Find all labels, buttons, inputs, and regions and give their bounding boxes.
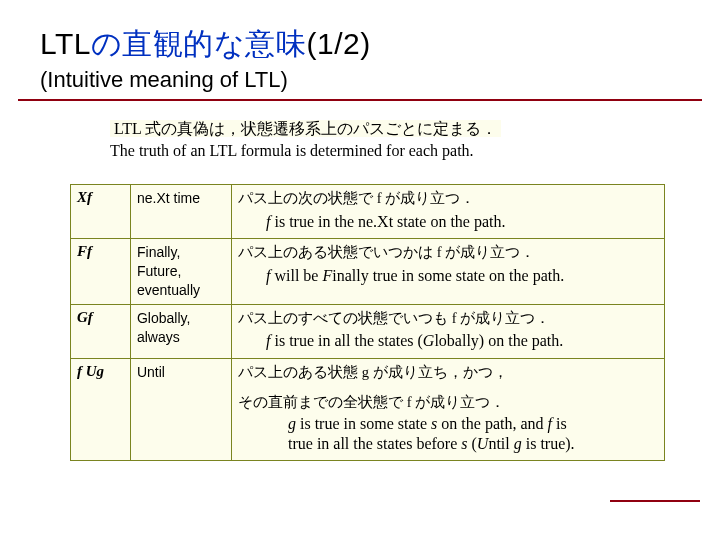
name-cell: ne.Xt time (130, 185, 231, 239)
desc-en: f is true in all the states (Globally) o… (266, 330, 658, 352)
op-name: Until (137, 364, 165, 380)
desc-cell: パス上の次の状態で f が成り立つ． f is true in the ne.X… (232, 185, 665, 239)
op-cell: Xf (71, 185, 131, 239)
desc-en-text: is true in the ne.Xt state on the path. (270, 213, 505, 230)
desc-ja: パス上の次の状態で f が成り立つ． (238, 190, 475, 206)
em-letter: U (477, 435, 489, 452)
desc-ja: パス上のすべての状態でいつも f が成り立つ． (238, 310, 550, 326)
t: is true in some state (296, 415, 431, 432)
title-area: LTLの直観的な意味(1/2) (Intuitive meaning of LT… (0, 0, 720, 93)
op-cell: Gf (71, 304, 131, 358)
desc-ja: パス上のある状態 g が成り立ち，かつ， (238, 363, 658, 383)
desc-en: f will be Finally true in some state on … (266, 265, 658, 287)
table-row: Xf ne.Xt time パス上の次の状態で f が成り立つ． f is tr… (71, 185, 665, 239)
name-cell: Finally, Future, eventually (130, 239, 231, 305)
slide-subtitle: (Intuitive meaning of LTL) (40, 67, 680, 93)
op-label: Xf (77, 189, 92, 205)
var-g: g (288, 415, 296, 432)
desc-cell: パス上のある状態でいつかは f が成り立つ． f will be Finally… (232, 239, 665, 305)
table-row: Ff Finally, Future, eventually パス上のある状態で… (71, 239, 665, 305)
table-row: f Ug Until パス上のある状態 g が成り立ち，かつ， その直前までの全… (71, 358, 665, 460)
t: ( (468, 435, 477, 452)
intro-ja: LTL 式の真偽は，状態遷移系上のパスごとに定まる． (110, 120, 501, 137)
t: is true). (522, 435, 575, 452)
desc-en-text: inally true in some state on the path. (332, 267, 564, 284)
em-letter: F (322, 267, 332, 284)
title-middle: の直観的な意味 (91, 27, 307, 60)
title-rule (18, 99, 702, 101)
op-name: Globally, always (137, 310, 190, 345)
op-label: f Ug (77, 363, 104, 379)
op-label: Gf (77, 309, 93, 325)
intro-block: LTL 式の真偽は，状態遷移系上のパスごとに定まる． The truth of … (110, 119, 600, 160)
t: ntil (488, 435, 513, 452)
desc-en-text: lobally) on the path. (434, 332, 563, 349)
footer-rule-right (610, 500, 700, 502)
t: on the path, and (437, 415, 547, 432)
slide: LTLの直観的な意味(1/2) (Intuitive meaning of LT… (0, 0, 720, 540)
op-name: Finally, Future, eventually (137, 244, 200, 298)
op-cell: f Ug (71, 358, 131, 460)
name-cell: Globally, always (130, 304, 231, 358)
title-prefix: LTL (40, 27, 91, 60)
table-row: Gf Globally, always パス上のすべての状態でいつも f が成り… (71, 304, 665, 358)
op-cell: Ff (71, 239, 131, 305)
op-name: ne.Xt time (137, 190, 200, 206)
desc-en-mid: will be (274, 267, 322, 284)
desc-cell: パス上のある状態 g が成り立ち，かつ， その直前までの全状態で f が成り立つ… (232, 358, 665, 460)
t: is (552, 415, 567, 432)
desc-en: g is true in some state s on the path, a… (288, 414, 658, 454)
operators-table: Xf ne.Xt time パス上の次の状態で f が成り立つ． f is tr… (70, 184, 665, 461)
op-label: Ff (77, 243, 92, 259)
slide-title: LTLの直観的な意味(1/2) (40, 24, 680, 65)
desc-en-mid: is true in all the states ( (270, 332, 422, 349)
intro-en: The truth of an LTL formula is determine… (110, 142, 600, 160)
t: true in all the states before (288, 435, 461, 452)
desc-ja: パス上のある状態でいつかは f が成り立つ． (238, 244, 535, 260)
name-cell: Until (130, 358, 231, 460)
desc-ja: その直前までの全状態で f が成り立つ． (238, 393, 658, 413)
title-suffix: (1/2) (306, 27, 370, 60)
desc-cell: パス上のすべての状態でいつも f が成り立つ． f is true in all… (232, 304, 665, 358)
desc-en: f is true in the ne.Xt state on the path… (266, 211, 658, 233)
var-g: g (514, 435, 522, 452)
em-letter: G (423, 332, 435, 349)
